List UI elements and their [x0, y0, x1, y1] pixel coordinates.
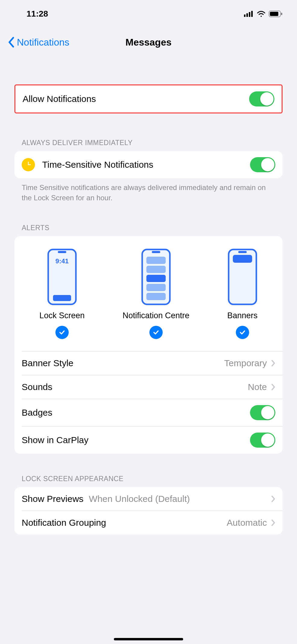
- notification-grouping-row[interactable]: Notification Grouping Automatic: [14, 511, 283, 535]
- show-previews-row[interactable]: Show Previews When Unlocked (Default): [14, 487, 283, 511]
- time-sensitive-switch[interactable]: [250, 157, 275, 172]
- lockscreen-group: Show Previews When Unlocked (Default) No…: [14, 487, 283, 535]
- svg-rect-0: [244, 14, 245, 17]
- alert-option-banners[interactable]: Banners: [227, 248, 258, 339]
- alert-option-banners-check[interactable]: [236, 326, 249, 339]
- allow-notifications-switch[interactable]: [249, 91, 274, 106]
- svg-rect-5: [270, 12, 278, 16]
- svg-rect-12: [152, 251, 160, 253]
- notification-grouping-value: Automatic: [227, 518, 267, 528]
- alert-option-lockscreen[interactable]: 9:41 Lock Screen: [39, 248, 85, 339]
- time-sensitive-label: Time-Sensitive Notifications: [42, 160, 250, 170]
- allow-notifications-group: Allow Notifications: [14, 84, 283, 113]
- chevron-right-icon: [271, 360, 275, 367]
- chevron-left-icon: [8, 37, 14, 48]
- svg-rect-17: [146, 293, 166, 300]
- cellular-icon: [244, 11, 254, 17]
- show-previews-label: Show Previews: [22, 494, 83, 504]
- alerts-group: 9:41 Lock Screen N: [14, 236, 283, 454]
- carplay-row[interactable]: Show in CarPlay: [14, 427, 283, 454]
- svg-rect-15: [146, 275, 166, 282]
- banner-style-value: Temporary: [224, 358, 267, 368]
- alert-option-centre-check[interactable]: [149, 326, 163, 339]
- carplay-label: Show in CarPlay: [22, 435, 250, 445]
- centre-phone-icon: [141, 248, 171, 306]
- svg-rect-3: [251, 11, 253, 17]
- allow-notifications-row[interactable]: Allow Notifications: [15, 85, 282, 113]
- svg-rect-1: [246, 13, 248, 17]
- svg-rect-19: [238, 251, 247, 253]
- sounds-value: Note: [248, 382, 267, 392]
- lockscreen-phone-icon: 9:41: [47, 248, 77, 306]
- page-title: Messages: [126, 37, 172, 48]
- svg-text:9:41: 9:41: [55, 257, 69, 265]
- show-previews-value: When Unlocked (Default): [89, 494, 267, 504]
- svg-rect-8: [58, 251, 66, 253]
- sounds-label: Sounds: [22, 382, 248, 392]
- home-indicator[interactable]: [114, 638, 183, 640]
- allow-notifications-label: Allow Notifications: [23, 94, 249, 104]
- time-sensitive-row[interactable]: Time-Sensitive Notifications: [14, 151, 283, 178]
- chevron-right-icon: [271, 383, 275, 391]
- svg-rect-20: [233, 255, 252, 263]
- back-button[interactable]: Notifications: [0, 37, 69, 48]
- alerts-header: ALERTS: [14, 224, 283, 236]
- alert-option-lockscreen-label: Lock Screen: [39, 311, 85, 320]
- battery-icon: [269, 11, 283, 17]
- clock-icon: [22, 158, 35, 171]
- lockscreen-header: LOCK SCREEN APPEARANCE: [14, 475, 283, 487]
- carplay-switch[interactable]: [250, 433, 275, 448]
- chevron-right-icon: [271, 519, 275, 526]
- svg-rect-13: [146, 257, 166, 264]
- badges-label: Badges: [22, 408, 250, 418]
- status-time: 11:28: [14, 9, 48, 19]
- svg-rect-14: [146, 266, 166, 273]
- checkmark-icon: [58, 329, 66, 336]
- alert-option-lockscreen-check[interactable]: [55, 326, 69, 339]
- alerts-options-row: 9:41 Lock Screen N: [14, 236, 283, 345]
- status-icons: [244, 11, 283, 17]
- alert-option-centre[interactable]: Notification Centre: [123, 248, 189, 339]
- alert-option-banners-label: Banners: [227, 311, 258, 320]
- notification-grouping-label: Notification Grouping: [22, 518, 227, 528]
- badges-row[interactable]: Badges: [14, 399, 283, 426]
- status-bar: 11:28: [0, 0, 297, 18]
- banner-style-row[interactable]: Banner Style Temporary: [14, 351, 283, 375]
- alert-option-centre-label: Notification Centre: [123, 311, 189, 320]
- checkmark-icon: [239, 329, 246, 336]
- back-label: Notifications: [17, 37, 69, 48]
- navigation-bar: Notifications Messages: [0, 30, 297, 54]
- svg-rect-6: [281, 13, 282, 15]
- svg-rect-16: [146, 284, 166, 291]
- sounds-row[interactable]: Sounds Note: [14, 375, 283, 399]
- banners-phone-icon: [227, 248, 258, 306]
- chevron-right-icon: [271, 495, 275, 503]
- wifi-icon: [257, 11, 266, 17]
- immediate-header: ALWAYS DELIVER IMMEDIATELY: [14, 139, 283, 151]
- immediate-group: Time-Sensitive Notifications: [14, 151, 283, 178]
- svg-rect-2: [249, 12, 250, 17]
- svg-rect-10: [53, 295, 71, 301]
- badges-switch[interactable]: [250, 405, 275, 420]
- immediate-footer: Time Sensitive notifications are always …: [14, 178, 283, 203]
- checkmark-icon: [152, 329, 160, 336]
- banner-style-label: Banner Style: [22, 358, 224, 368]
